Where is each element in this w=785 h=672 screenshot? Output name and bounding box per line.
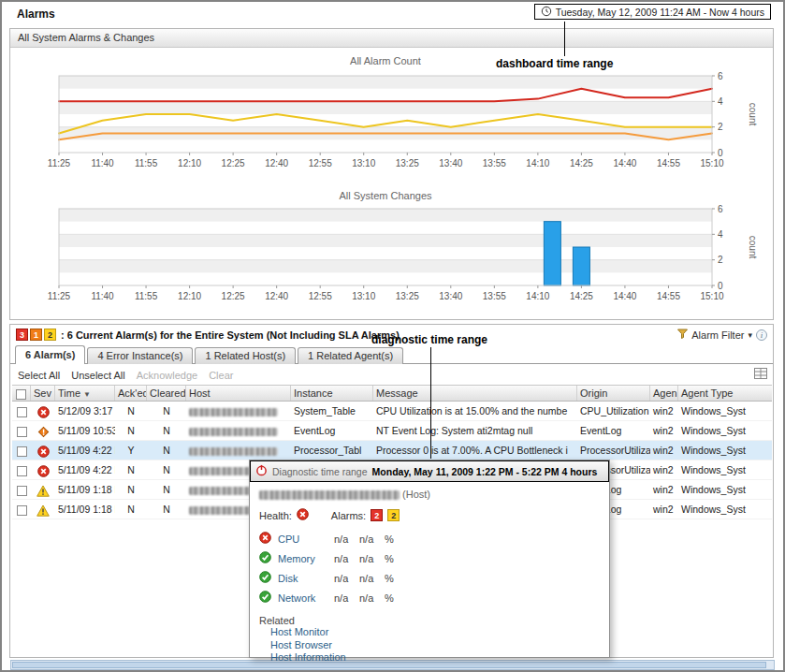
clear-button[interactable]: Clear [209,370,233,381]
diagnostic-time-range-header[interactable]: Diagnostic time range Monday, May 11, 20… [250,460,609,482]
redacted-host[interactable] [189,441,278,460]
row-checkbox[interactable] [17,466,27,476]
svg-text:12:25: 12:25 [222,291,245,301]
row-checkbox[interactable] [17,446,27,457]
fatal-count-badge: 3 [16,329,28,341]
col-time[interactable]: Time ▼ [55,386,115,401]
row-checkbox[interactable] [17,505,27,516]
tooltip-fatal-badge: 2 [371,509,383,521]
select-all-button[interactable]: Select All [18,370,60,381]
unselect-all-button[interactable]: Unselect All [71,370,124,381]
alarm-filter-button[interactable]: Alarm Filter ▾ i [677,329,767,341]
col-agent[interactable]: Agen [650,386,678,401]
severity-icon [36,484,50,495]
metric-row: Networkn/an/a% [259,588,600,607]
acknowledge-button[interactable]: Acknowledge [137,370,197,381]
svg-text:13:25: 13:25 [396,291,419,301]
tab-alarms[interactable]: 6 Alarm(s) [15,345,85,364]
customize-columns-icon[interactable] [754,368,767,381]
svg-text:13:10: 13:10 [352,291,375,301]
severity-icon [36,504,50,515]
svg-text:12:10: 12:10 [178,158,201,168]
tooltip-metrics: CPUn/an/a%Memoryn/an/a%Diskn/an/a%Networ… [259,529,600,607]
alarms-changes-panel: All System Alarms & Changes All Alarm Co… [9,28,774,320]
metric-value: n/a [334,592,359,604]
tab-bar: 6 Alarm(s) 4 Error Instance(s) 1 Related… [15,345,405,364]
svg-text:count: count [748,236,758,259]
col-acked[interactable]: Ack'ed [115,386,147,401]
related-link[interactable]: Host Monitor [270,626,600,639]
alarm-toolbar: Select All Unselect All Acknowledge Clea… [18,368,233,383]
alarm-count-chart[interactable]: 11:2511:4011:5512:1012:2512:4012:5513:10… [10,72,774,177]
row-checkbox[interactable] [17,407,27,417]
col-sev[interactable]: Sev [31,386,55,401]
tooltip-header-time: Monday, May 11, 2009 1:22 PM - 5:22 PM 4… [372,466,598,477]
col-agent-type[interactable]: Agent Type [678,386,772,401]
svg-text:12:10: 12:10 [178,291,201,301]
related-link[interactable]: Host Information [270,651,600,665]
system-changes-chart-title: All System Changes [10,190,761,201]
table-row[interactable]: 5/11/09 4:22 PYNProcessor_TablProcessor … [12,441,772,460]
svg-text:count: count [748,103,758,126]
col-instance[interactable]: Instance [291,386,373,401]
svg-text:11:55: 11:55 [135,291,158,301]
metric-name[interactable]: Memory [278,553,334,564]
svg-text:14:40: 14:40 [613,291,636,301]
annotation-diagnostic-time-range: diagnostic time range [371,333,487,346]
alarm-summary-text: : 6 Current Alarm(s) for the Entire Syst… [61,329,400,341]
dashboard-time-range-selector[interactable]: Tuesday, May 12, 2009 11:24 AM - Now 4 h… [534,4,771,20]
row-checkbox[interactable] [17,486,27,496]
tab-error-instances[interactable]: 4 Error Instance(s) [87,347,193,364]
metric-unit: % [385,553,394,564]
svg-text:11:40: 11:40 [91,158,114,168]
tab-related-agents[interactable]: 1 Related Agent(s) [298,347,403,364]
alarms-label: Alarms: [331,510,366,521]
alarms-dashboard: Alarms Tuesday, May 12, 2009 11:24 AM - … [0,0,785,672]
system-changes-chart[interactable]: 11:2511:4011:5512:1012:2512:4012:5513:10… [10,205,774,310]
metric-value: n/a [359,592,385,604]
metric-value: n/a [334,573,359,584]
row-checkbox[interactable] [17,427,27,437]
svg-text:12:55: 12:55 [309,158,332,168]
table-row[interactable]: 5/11/09 10:53NNEventLogNT Event Log: Sys… [12,421,772,441]
time-range-label: Tuesday, May 12, 2009 11:24 AM - Now 4 h… [556,7,764,18]
svg-text:6: 6 [718,72,723,81]
col-message[interactable]: Message [373,386,577,401]
table-header: Sev Time ▼ Ack'ed Cleared Host Instance … [12,385,772,402]
col-host[interactable]: Host [186,386,291,401]
metric-name[interactable]: CPU [278,533,334,545]
metric-name[interactable]: Disk [278,573,334,584]
svg-text:11:25: 11:25 [48,291,71,301]
svg-text:14:40: 14:40 [613,158,636,168]
related-link[interactable]: Host Browser [270,639,600,652]
tab-related-hosts[interactable]: 1 Related Host(s) [195,347,296,364]
svg-text:14:10: 14:10 [526,291,549,301]
col-cleared[interactable]: Cleared [147,386,186,401]
svg-text:2: 2 [718,122,723,132]
metric-name[interactable]: Network [278,592,334,604]
funnel-icon [677,329,688,341]
metric-value: n/a [334,553,359,564]
svg-text:14:25: 14:25 [570,158,593,168]
svg-text:12:40: 12:40 [265,158,288,168]
svg-text:13:55: 13:55 [483,158,506,168]
svg-text:12:25: 12:25 [222,158,245,168]
svg-text:12:55: 12:55 [309,291,332,301]
metric-unit: % [385,533,394,545]
critical-count-badge: 1 [30,329,42,341]
table-row[interactable]: 5/12/09 3:17 PNNSystem_TableCPU Utilizat… [12,402,772,421]
severity-icon [37,464,50,475]
metric-value: n/a [359,553,385,564]
fatal-health-icon [297,508,309,522]
normal-status-icon [259,571,271,585]
col-origin[interactable]: Origin [577,386,650,401]
svg-text:15:10: 15:10 [700,158,723,168]
info-icon[interactable]: i [756,329,767,341]
svg-text:14:55: 14:55 [657,158,680,168]
health-label: Health: [259,510,292,521]
diagnostic-tooltip: Diagnostic time range Monday, May 11, 20… [249,460,610,658]
alarm-filter-label: Alarm Filter [691,329,744,341]
normal-status-icon [259,591,271,605]
select-all-checkbox[interactable] [16,389,26,400]
annotation-line-diagnostic [430,347,431,459]
